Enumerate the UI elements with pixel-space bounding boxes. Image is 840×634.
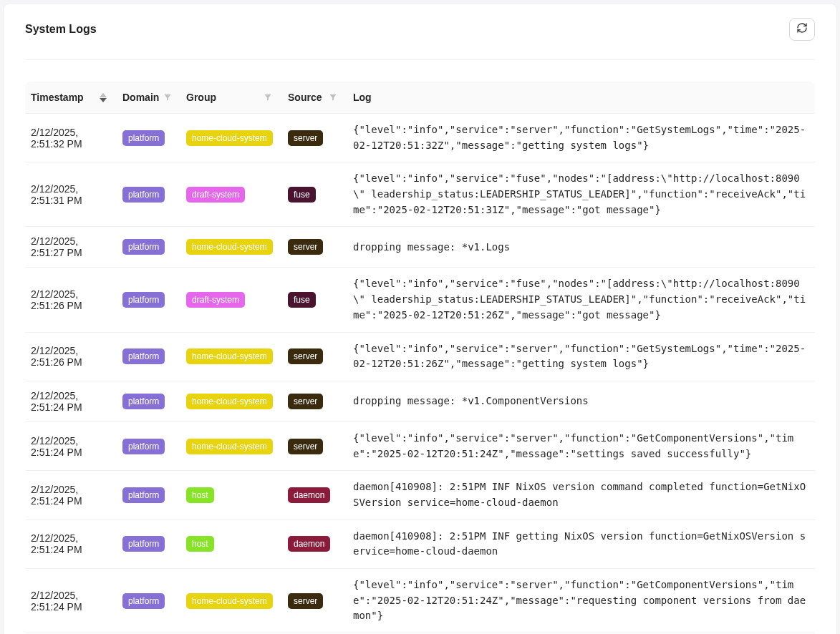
source-tag: server	[288, 348, 323, 364]
table-row: 2/12/2025, 2:51:24 PMplatformhome-cloud-…	[25, 569, 815, 633]
col-header-label: Group	[186, 92, 259, 103]
cell-source: fuse	[282, 268, 347, 332]
logs-table: Timestamp Domain	[25, 82, 815, 633]
log-text: dropping message: *v1.Logs	[353, 240, 809, 255]
page-title: System Logs	[25, 23, 97, 36]
table-row: 2/12/2025, 2:51:24 PMplatformhostdaemond…	[25, 520, 815, 568]
source-tag: server	[288, 130, 323, 146]
filter-icon[interactable]	[329, 93, 337, 102]
log-text: {"level":"info","service":"server","func…	[353, 577, 809, 624]
domain-tag: platform	[122, 487, 165, 503]
cell-log: {"level":"info","service":"server","func…	[347, 332, 815, 381]
table-header-row: Timestamp Domain	[25, 82, 815, 114]
cell-log: dropping message: *v1.Logs	[347, 227, 815, 268]
cell-source: fuse	[282, 162, 347, 227]
log-text: {"level":"info","service":"server","func…	[353, 341, 809, 372]
sort-icon[interactable]	[100, 93, 107, 102]
col-header-source[interactable]: Source	[282, 82, 347, 114]
table-row: 2/12/2025, 2:51:26 PMplatformhome-cloud-…	[25, 332, 815, 381]
cell-domain: platform	[117, 520, 180, 568]
cell-domain: platform	[117, 227, 180, 268]
source-tag: fuse	[288, 187, 316, 203]
domain-tag: platform	[122, 348, 165, 364]
domain-tag: platform	[122, 593, 165, 609]
cell-domain: platform	[117, 471, 180, 520]
table-row: 2/12/2025, 2:51:24 PMplatformhostdaemond…	[25, 471, 815, 520]
cell-group: home-cloud-system	[180, 569, 282, 633]
cell-timestamp: 2/12/2025, 2:51:31 PM	[25, 162, 117, 227]
group-tag: host	[186, 536, 214, 552]
source-tag: server	[288, 239, 323, 255]
cell-group: host	[180, 520, 282, 568]
source-tag: fuse	[288, 292, 316, 308]
group-tag: draft-system	[186, 292, 245, 308]
cell-domain: platform	[117, 421, 180, 470]
table-row: 2/12/2025, 2:51:24 PMplatformhome-cloud-…	[25, 381, 815, 421]
domain-tag: platform	[122, 239, 165, 255]
group-tag: home-cloud-system	[186, 130, 273, 146]
col-header-group[interactable]: Group	[180, 82, 282, 114]
cell-timestamp: 2/12/2025, 2:51:24 PM	[25, 520, 117, 568]
cell-source: server	[282, 332, 347, 381]
cell-domain: platform	[117, 569, 180, 633]
domain-tag: platform	[122, 439, 165, 454]
log-text: {"level":"info","service":"server","func…	[353, 431, 809, 462]
log-text: daemon[410908]: 2:51PM INF NixOS version…	[353, 479, 809, 510]
col-header-timestamp[interactable]: Timestamp	[25, 82, 117, 114]
col-header-label: Timestamp	[31, 92, 95, 103]
cell-domain: platform	[117, 268, 180, 332]
col-header-label: Domain	[122, 92, 159, 103]
refresh-icon	[796, 22, 808, 36]
domain-tag: platform	[122, 130, 165, 146]
col-header-label: Log	[353, 92, 372, 103]
table-row: 2/12/2025, 2:51:27 PMplatformhome-cloud-…	[25, 227, 815, 268]
table-row: 2/12/2025, 2:51:24 PMplatformhome-cloud-…	[25, 421, 815, 470]
group-tag: host	[186, 487, 214, 503]
cell-group: draft-system	[180, 162, 282, 227]
cell-source: server	[282, 569, 347, 633]
cell-group: draft-system	[180, 268, 282, 332]
table-row: 2/12/2025, 2:51:31 PMplatformdraft-syste…	[25, 162, 815, 227]
cell-domain: platform	[117, 332, 180, 381]
table-row: 2/12/2025, 2:51:32 PMplatformhome-cloud-…	[25, 114, 815, 162]
group-tag: draft-system	[186, 187, 245, 203]
log-text: {"level":"info","service":"server","func…	[353, 122, 809, 153]
cell-source: server	[282, 114, 347, 162]
cell-timestamp: 2/12/2025, 2:51:27 PM	[25, 227, 117, 268]
source-tag: server	[288, 593, 323, 609]
cell-timestamp: 2/12/2025, 2:51:24 PM	[25, 421, 117, 470]
cell-group: home-cloud-system	[180, 421, 282, 470]
cell-log: {"level":"info","service":"fuse","nodes"…	[347, 268, 815, 332]
cell-source: server	[282, 421, 347, 470]
cell-log: daemon[410908]: 2:51PM INF NixOS version…	[347, 471, 815, 520]
cell-group: home-cloud-system	[180, 332, 282, 381]
table-row: 2/12/2025, 2:51:26 PMplatformdraft-syste…	[25, 268, 815, 332]
cell-domain: platform	[117, 114, 180, 162]
cell-group: home-cloud-system	[180, 227, 282, 268]
cell-source: daemon	[282, 471, 347, 520]
cell-log: {"level":"info","service":"fuse","nodes"…	[347, 162, 815, 227]
cell-log: {"level":"info","service":"server","func…	[347, 114, 815, 162]
cell-timestamp: 2/12/2025, 2:51:32 PM	[25, 114, 117, 162]
system-logs-card: System Logs Timestamp	[3, 3, 837, 634]
cell-timestamp: 2/12/2025, 2:51:26 PM	[25, 268, 117, 332]
group-tag: home-cloud-system	[186, 348, 273, 364]
cell-timestamp: 2/12/2025, 2:51:24 PM	[25, 569, 117, 633]
cell-domain: platform	[117, 162, 180, 227]
cell-log: dropping message: *v1.ComponentVersions	[347, 381, 815, 421]
domain-tag: platform	[122, 394, 165, 409]
cell-group: host	[180, 471, 282, 520]
source-tag: daemon	[288, 536, 330, 552]
cell-source: server	[282, 227, 347, 268]
domain-tag: platform	[122, 536, 165, 552]
filter-icon[interactable]	[163, 93, 172, 102]
domain-tag: platform	[122, 292, 165, 308]
filter-icon[interactable]	[264, 93, 272, 102]
cell-group: home-cloud-system	[180, 114, 282, 162]
cell-domain: platform	[117, 381, 180, 421]
group-tag: home-cloud-system	[186, 394, 273, 409]
refresh-button[interactable]	[789, 18, 815, 41]
cell-log: {"level":"info","service":"server","func…	[347, 569, 815, 633]
col-header-label: Source	[288, 92, 324, 103]
col-header-domain[interactable]: Domain	[117, 82, 180, 114]
